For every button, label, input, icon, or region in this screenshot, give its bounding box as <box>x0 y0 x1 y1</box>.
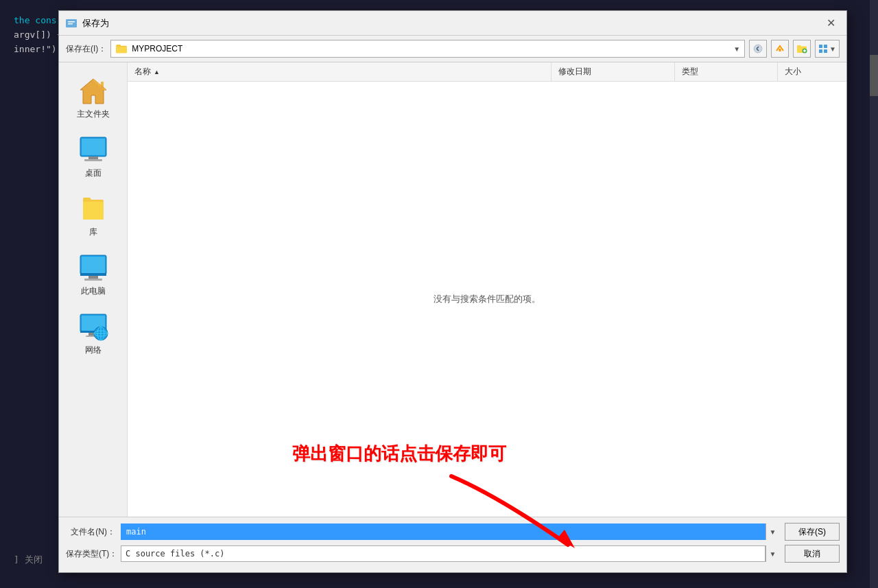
new-folder-button[interactable] <box>793 40 811 58</box>
sidebar-label-library: 库 <box>89 226 97 238</box>
svg-rect-19 <box>88 276 98 279</box>
location-value: MYPROJECT <box>132 44 182 54</box>
save-button[interactable]: 保存(S) <box>785 523 840 541</box>
view-button[interactable]: ▼ <box>815 40 840 58</box>
sidebar-item-home[interactable]: 主文件夹 <box>66 69 121 125</box>
sidebar-item-library[interactable]: 库 <box>66 187 121 243</box>
cancel-button[interactable]: 取消 <box>785 545 840 563</box>
sidebar-label-desktop: 桌面 <box>85 167 102 179</box>
svg-rect-8 <box>819 49 822 53</box>
filename-label: 文件名(N)： <box>66 526 121 538</box>
svg-rect-13 <box>82 139 105 155</box>
location-dropdown[interactable]: MYPROJECT ▼ <box>110 40 745 58</box>
sidebar-item-desktop[interactable]: 桌面 <box>66 128 121 184</box>
main-area: 主文件夹 桌面 <box>59 62 846 517</box>
col-size[interactable]: 大小 <box>778 62 846 81</box>
svg-point-3 <box>754 45 762 53</box>
col-type[interactable]: 类型 <box>675 62 778 81</box>
filetype-input-wrap: C source files (*.c) ▼ <box>121 545 779 562</box>
save-in-label: 保存在(I)： <box>66 43 106 55</box>
sidebar-item-network[interactable]: 网络 <box>66 305 121 361</box>
filename-row: 文件名(N)： ▼ 保存(S) <box>66 523 840 541</box>
bg-close-label: ] 关闭 <box>14 553 43 567</box>
back-button[interactable] <box>749 40 767 58</box>
filename-dropdown-arrow[interactable]: ▼ <box>766 524 779 540</box>
dialog-title: 保存为 <box>82 17 820 30</box>
svg-rect-6 <box>819 45 822 48</box>
home-icon <box>77 74 110 107</box>
bg-line-2: argv[]) { <box>14 30 62 40</box>
filetype-dropdown[interactable]: C source files (*.c) <box>121 545 766 562</box>
filename-input[interactable] <box>121 524 766 540</box>
filetype-row: 保存类型(T)： C source files (*.c) ▼ 取消 <box>66 545 840 563</box>
svg-rect-14 <box>88 156 98 159</box>
file-content: 没有与搜索条件匹配的项。 <box>128 82 846 517</box>
svg-rect-2 <box>68 23 73 25</box>
sidebar-item-computer[interactable]: 此电脑 <box>66 246 121 302</box>
sidebar: 主文件夹 桌面 <box>59 62 128 517</box>
dialog-icon <box>64 16 78 30</box>
file-header: 名称 ▲ 修改日期 类型 大小 <box>128 62 846 82</box>
filetype-value: C source files (*.c) <box>126 549 225 558</box>
sidebar-label-computer: 此电脑 <box>81 285 106 297</box>
bg-scrollbar[interactable] <box>870 0 878 588</box>
svg-rect-4 <box>779 49 781 51</box>
close-button[interactable]: ✕ <box>820 14 841 32</box>
filetype-dropdown-arrow[interactable]: ▼ <box>766 545 779 562</box>
col-name[interactable]: 名称 ▲ <box>128 62 551 81</box>
action-buttons: 保存(S) <box>785 523 840 541</box>
sidebar-label-network: 网络 <box>85 344 102 356</box>
filename-input-wrap: ▼ <box>121 524 779 540</box>
computer-icon <box>77 251 110 284</box>
network-icon <box>77 310 110 343</box>
toolbar: 保存在(I)： MYPROJECT ▼ <box>59 36 846 62</box>
location-dropdown-arrow: ▼ <box>733 45 740 53</box>
svg-rect-9 <box>824 49 827 53</box>
bg-line-3: inner!"); <box>14 44 62 54</box>
file-area: 名称 ▲ 修改日期 类型 大小 没有与搜索条件匹配的项。 <box>128 62 846 517</box>
col-date[interactable]: 修改日期 <box>551 62 675 81</box>
library-icon <box>77 192 110 225</box>
svg-rect-18 <box>80 273 106 276</box>
svg-rect-15 <box>84 159 102 161</box>
sidebar-label-home: 主文件夹 <box>77 108 110 120</box>
bg-scrollbar-thumb[interactable] <box>870 55 878 96</box>
desktop-icon <box>77 133 110 166</box>
svg-rect-1 <box>68 21 75 23</box>
svg-rect-7 <box>824 45 827 48</box>
up-button[interactable] <box>771 40 789 58</box>
sort-arrow: ▲ <box>154 69 160 75</box>
title-bar: 保存为 ✕ <box>59 11 846 36</box>
svg-rect-20 <box>84 279 102 281</box>
cancel-button-wrap: 取消 <box>785 545 840 563</box>
save-as-dialog: 保存为 ✕ 保存在(I)： MYPROJECT ▼ <box>58 10 847 573</box>
filetype-label: 保存类型(T)： <box>66 548 121 560</box>
svg-rect-17 <box>82 257 105 273</box>
empty-message: 没有与搜索条件匹配的项。 <box>434 293 541 305</box>
bottom-area: 文件名(N)： ▼ 保存(S) 保存类型(T)： C source files … <box>59 517 846 572</box>
bg-line-1: the cons <box>14 15 57 25</box>
view-dropdown-arrow: ▼ <box>829 45 836 53</box>
